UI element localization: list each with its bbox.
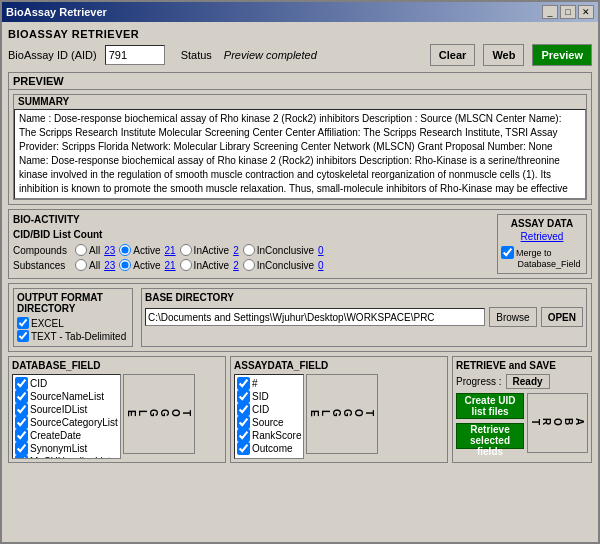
assay-sid-label: SID — [252, 391, 269, 402]
compounds-active-radio[interactable] — [119, 244, 131, 256]
db-cid-checkbox[interactable] — [15, 377, 28, 390]
text-checkbox[interactable] — [17, 330, 29, 342]
assay-hash-item: # — [237, 377, 301, 390]
db-toggle-button[interactable]: TOGGLE — [123, 374, 195, 454]
substances-active-radio[interactable] — [119, 259, 131, 271]
compounds-inconclusive-count[interactable]: 0 — [318, 245, 324, 256]
substances-inconclusive-radio[interactable] — [243, 259, 255, 271]
db-createdate-checkbox[interactable] — [15, 429, 28, 442]
web-button[interactable]: Web — [483, 44, 524, 66]
assay-hash-checkbox[interactable] — [237, 377, 250, 390]
db-synonymlist-checkbox[interactable] — [15, 442, 28, 455]
aid-input[interactable] — [105, 45, 165, 65]
db-sourceid-checkbox[interactable] — [15, 403, 28, 416]
compounds-inactive-radio[interactable] — [180, 244, 192, 256]
db-meshheading-checkbox[interactable] — [15, 455, 28, 459]
base-dir-row: Browse OPEN — [145, 307, 583, 327]
db-synonymlist-label: SynonymList — [30, 443, 87, 454]
substances-label: Substances — [13, 260, 71, 271]
bio-activity-section: BIO-ACTIVITY CID/BID List Count Compound… — [8, 209, 592, 279]
assay-source-checkbox[interactable] — [237, 416, 250, 429]
db-field-list[interactable]: CID SourceNameList SourceIDList Sou — [12, 374, 121, 459]
assay-cid-label: CID — [252, 404, 269, 415]
assay-outcome-item: Outcome — [237, 442, 301, 455]
bottom-section: DATABASE_FIELD CID SourceNameList — [8, 356, 592, 463]
assay-outcome-checkbox[interactable] — [237, 442, 250, 455]
merge-checkbox[interactable] — [501, 246, 514, 259]
substances-active-count[interactable]: 21 — [164, 260, 175, 271]
db-sourcename-checkbox[interactable] — [15, 390, 28, 403]
format-left: OUTPUT FORMAT DIRECTORY EXCEL TEXT - Tab… — [13, 288, 133, 347]
abort-button[interactable]: ABORT — [527, 393, 588, 453]
base-dir-input[interactable] — [145, 308, 485, 326]
browse-button[interactable]: Browse — [489, 307, 536, 327]
minimize-button[interactable]: _ — [542, 5, 558, 19]
format-label: OUTPUT FORMAT DIRECTORY — [17, 292, 129, 314]
create-uid-button[interactable]: Create UID list files — [456, 393, 524, 419]
merge-checkbox-row: Merge to — [501, 246, 583, 259]
excel-label: EXCEL — [31, 318, 64, 329]
open-button[interactable]: OPEN — [541, 307, 583, 327]
db-meshheading-label: MeSHHeadingList — [30, 456, 111, 459]
substances-inactive-label[interactable]: InActive — [180, 259, 230, 271]
aid-label: BioAssay ID (AID) — [8, 49, 97, 61]
text-label: TEXT - Tab-Delimited — [31, 331, 126, 342]
assay-toggle-button[interactable]: TOGGLE — [306, 374, 378, 454]
excel-checkbox[interactable] — [17, 317, 29, 329]
maximize-button[interactable]: □ — [560, 5, 576, 19]
main-window: BioAssay Retriever _ □ ✕ BIOASSAY RETRIE… — [0, 0, 600, 544]
assay-cid-checkbox[interactable] — [237, 403, 250, 416]
db-createdate-item: CreateDate — [15, 429, 118, 442]
substances-inactive-radio[interactable] — [180, 259, 192, 271]
db-createdate-label: CreateDate — [30, 430, 81, 441]
output-format-section: OUTPUT FORMAT DIRECTORY EXCEL TEXT - Tab… — [8, 283, 592, 352]
assay-rankscore-label: RankScore — [252, 430, 301, 441]
window-controls: _ □ ✕ — [542, 5, 594, 19]
close-button[interactable]: ✕ — [578, 5, 594, 19]
db-field-row: CID SourceNameList SourceIDList Sou — [12, 374, 222, 459]
compounds-radio-group: All 23 Active 21 InActive 2 InConclusive — [75, 244, 324, 256]
excel-checkbox-row: EXCEL — [17, 317, 129, 329]
assay-outcome-label: Outcome — [252, 443, 293, 454]
db-sourcecategory-checkbox[interactable] — [15, 416, 28, 429]
substances-all-count[interactable]: 23 — [104, 260, 115, 271]
preview-button[interactable]: Preview — [532, 44, 592, 66]
substances-all-radio[interactable] — [75, 259, 87, 271]
substances-active-label[interactable]: Active — [119, 259, 160, 271]
retrieve-fields-button[interactable]: Retrieve selected fields — [456, 423, 524, 449]
compounds-all-radio[interactable] — [75, 244, 87, 256]
preview-section: PREVIEW SUMMARY Name : Dose-response bio… — [8, 72, 592, 205]
status-value: Preview completed — [224, 49, 317, 61]
summary-content[interactable]: Name : Dose-response biochemical assay o… — [14, 109, 586, 199]
assay-source-label: Source — [252, 417, 284, 428]
compounds-inactive-label[interactable]: InActive — [180, 244, 230, 256]
substances-all-label[interactable]: All — [75, 259, 100, 271]
progress-row: Progress : Ready — [456, 374, 588, 389]
db-cid-label: CID — [30, 378, 47, 389]
compounds-inconclusive-radio[interactable] — [243, 244, 255, 256]
compounds-inconclusive-label[interactable]: InConclusive — [243, 244, 314, 256]
top-bar: BioAssay ID (AID) Status Preview complet… — [8, 44, 592, 66]
compounds-active-label[interactable]: Active — [119, 244, 160, 256]
substances-row: Substances All 23 Active 21 InActive — [13, 259, 489, 271]
assay-sid-item: SID — [237, 390, 301, 403]
clear-button[interactable]: Clear — [430, 44, 476, 66]
assay-source-item: Source — [237, 416, 301, 429]
substances-inconclusive-count[interactable]: 0 — [318, 260, 324, 271]
db-sourceid-item: SourceIDList — [15, 403, 118, 416]
db-sourcename-label: SourceNameList — [30, 391, 104, 402]
compounds-all-count[interactable]: 23 — [104, 245, 115, 256]
substances-inactive-count[interactable]: 2 — [233, 260, 239, 271]
assay-data-panel: ASSAY DATA Retrieved Merge to Database_F… — [497, 214, 587, 274]
assay-field-list[interactable]: # SID CID Source — [234, 374, 304, 459]
merge-field-label: Database_Field — [515, 259, 583, 269]
compounds-inactive-count[interactable]: 2 — [233, 245, 239, 256]
assay-data-value[interactable]: Retrieved — [501, 231, 583, 242]
compounds-active-count[interactable]: 21 — [164, 245, 175, 256]
assay-sid-checkbox[interactable] — [237, 390, 250, 403]
compounds-all-label[interactable]: All — [75, 244, 100, 256]
assay-rankscore-checkbox[interactable] — [237, 429, 250, 442]
base-dir-label: BASE DIRECTORY — [145, 292, 583, 303]
substances-inconclusive-label[interactable]: InConclusive — [243, 259, 314, 271]
action-buttons: Create UID list files Retrieve selected … — [456, 393, 524, 453]
